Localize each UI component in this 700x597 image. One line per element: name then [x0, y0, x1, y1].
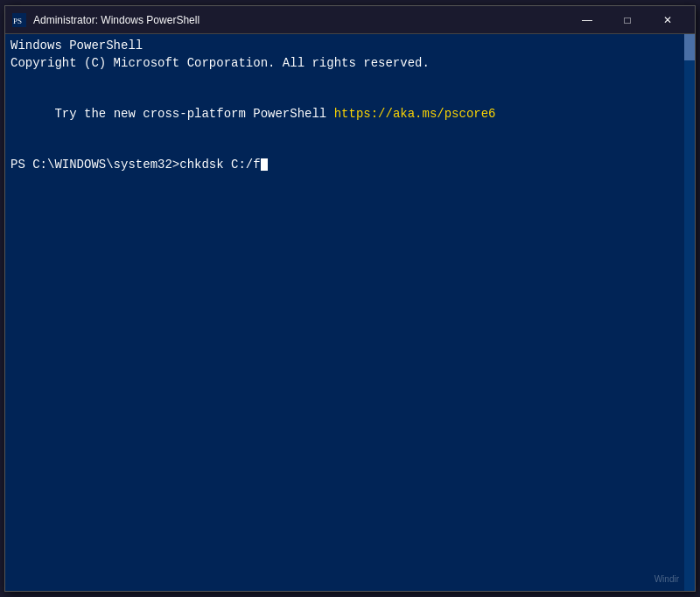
console-area[interactable]: Windows PowerShell Copyright (C) Microso…	[5, 34, 695, 591]
title-bar-text: Administrator: Windows PowerShell	[33, 14, 567, 26]
title-bar: PS Administrator: Windows PowerShell — □…	[5, 6, 695, 34]
cursor	[261, 158, 268, 171]
window-controls: — □ ✕	[567, 6, 688, 34]
close-button[interactable]: ✕	[648, 6, 688, 34]
minimize-button[interactable]: —	[567, 6, 607, 34]
watermark: Windir	[654, 574, 679, 584]
maximize-button[interactable]: □	[607, 6, 648, 34]
console-line-1: Windows PowerShell	[10, 38, 690, 55]
try-text: Try the new cross-platform PowerShell	[54, 107, 333, 121]
console-line-4: Try the new cross-platform PowerShell ht…	[10, 89, 690, 141]
scrollbar-thumb[interactable]	[684, 34, 695, 60]
console-line-2: Copyright (C) Microsoft Corporation. All…	[10, 55, 690, 73]
powershell-link[interactable]: https://aka.ms/pscore6	[334, 107, 496, 121]
window-icon: PS	[12, 13, 26, 27]
svg-text:PS: PS	[13, 17, 22, 25]
console-line-5	[10, 141, 690, 158]
prompt-text: PS C:\WINDOWS\system32>	[10, 158, 179, 172]
prompt-line[interactable]: PS C:\WINDOWS\system32> chkdsk C:/f	[10, 158, 690, 172]
command-text: chkdsk C:/f	[179, 158, 260, 172]
scrollbar[interactable]	[684, 34, 695, 591]
powershell-window: PS Administrator: Windows PowerShell — □…	[4, 5, 696, 592]
console-line-3	[10, 72, 690, 89]
